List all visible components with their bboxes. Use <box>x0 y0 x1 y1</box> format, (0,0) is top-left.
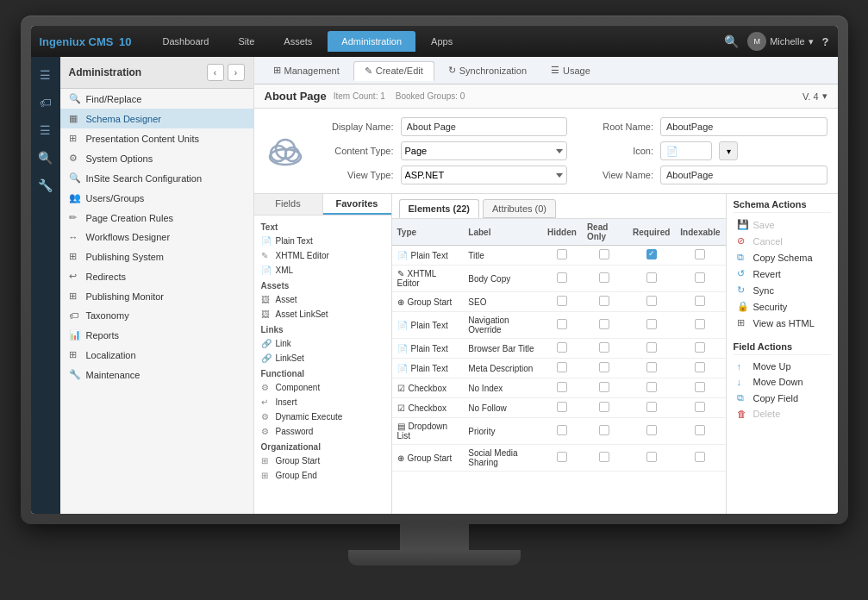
action-move-up[interactable]: ↑ Move Up <box>734 359 831 374</box>
table-row[interactable]: ▤Dropdown List Priority <box>392 418 726 445</box>
action-copy-field[interactable]: ⧉ Copy Field <box>734 390 831 406</box>
fields-section-functional: Functional <box>254 366 391 380</box>
action-view-html[interactable]: ⊞ View as HTML <box>734 315 831 331</box>
elements-tabs: Elements (22) Attributes (0) <box>392 194 726 219</box>
action-revert[interactable]: ↺ Revert <box>734 266 831 282</box>
fields-item-group-end[interactable]: ⊞ Group End <box>254 468 391 483</box>
col-indexable: Indexable <box>675 219 725 246</box>
icon-input[interactable] <box>660 141 712 160</box>
fields-tab-favorites[interactable]: Favorites <box>323 194 391 215</box>
action-security[interactable]: 🔒 Security <box>734 298 831 315</box>
action-copy-schema[interactable]: ⧉ Copy Schema <box>734 249 831 266</box>
elements-tab-attributes[interactable]: Attributes (0) <box>483 199 556 218</box>
sidebar-item-insite-search[interactable]: 🔍 InSite Search Configuration <box>60 168 253 188</box>
action-save[interactable]: 💾 Save <box>734 216 831 233</box>
fields-tabs: Fields Favorites <box>254 194 391 216</box>
sidebar-item-maintenance[interactable]: 🔧 Maintenance <box>60 365 253 384</box>
form-row-icon: Icon: ▾ <box>584 141 827 160</box>
help-button[interactable]: ? <box>822 35 829 48</box>
action-cancel[interactable]: ⊘ Cancel <box>734 233 831 249</box>
view-name-input[interactable] <box>660 166 827 184</box>
user-menu[interactable]: M Michelle ▾ <box>747 32 813 51</box>
usage-icon: ☰ <box>551 65 559 76</box>
action-move-down[interactable]: ↓ Move Down <box>734 374 831 390</box>
icon-label: Icon: <box>584 146 653 156</box>
sidebar-item-reports[interactable]: 📊 Reports <box>60 325 253 345</box>
display-name-input[interactable] <box>401 117 568 136</box>
sidebar-nav-arrows: ‹ › <box>207 64 245 81</box>
nav-tab-site[interactable]: Site <box>224 31 268 52</box>
icon-bar-list[interactable]: ☰ <box>34 119 57 141</box>
table-row[interactable]: ☑Checkbox No Index <box>392 378 726 398</box>
sidebar-item-system-options[interactable]: ⚙ System Options <box>60 148 253 168</box>
sidebar-item-taxonomy[interactable]: 🏷 Taxonomy <box>60 306 253 325</box>
fields-item-xml[interactable]: 📄 XML <box>254 263 391 278</box>
sidebar-item-schema-designer[interactable]: ▦ Schema Designer <box>60 109 253 128</box>
sidebar-item-localization[interactable]: ⊞ Localization <box>60 345 253 365</box>
col-type: Type <box>392 219 464 246</box>
table-row[interactable]: 📄Plain Text Browser Bar Title <box>392 339 726 359</box>
icon-picker-button[interactable]: ▾ <box>719 141 738 160</box>
user-dropdown-icon: ▾ <box>809 36 814 47</box>
table-row[interactable]: ⊕Group Start Social Media Sharing <box>392 445 726 472</box>
fields-item-dynamic-execute[interactable]: ⚙ Dynamic Execute <box>254 409 391 424</box>
fields-item-plain-text[interactable]: 📄 Plain Text <box>254 234 391 248</box>
icon-bar-search[interactable]: 🔍 <box>34 147 57 169</box>
fields-section-assets: Assets <box>254 278 391 292</box>
nav-tab-apps[interactable]: Apps <box>417 31 466 52</box>
table-row[interactable]: ⊕Group Start SEO <box>392 292 726 312</box>
sidebar-item-publishing-monitor[interactable]: ⊞ Publishing Monitor <box>60 286 253 306</box>
sidebar-item-workflows[interactable]: ↔ Workflows Designer <box>60 228 253 247</box>
content-type-select[interactable]: Page <box>401 141 568 160</box>
nav-tab-dashboard[interactable]: Dashboard <box>149 31 223 52</box>
subnav-tab-synchronization[interactable]: ↻ Synchronization <box>438 61 537 79</box>
table-row[interactable]: ☑Checkbox No Follow <box>392 398 726 418</box>
fields-item-asset-linkset[interactable]: 🖼 Asset LinkSet <box>254 307 391 322</box>
sidebar-item-page-creation-rules[interactable]: ✏ Page Creation Rules <box>60 208 253 228</box>
subnav-create-edit-label: Create/Edit <box>376 66 423 76</box>
sidebar-item-label: Workflows Designer <box>86 232 171 242</box>
table-row[interactable]: 📄Plain Text Navigation Override <box>392 312 726 339</box>
version-badge[interactable]: V. 4 ▾ <box>802 91 827 102</box>
fields-item-xhtml-editor[interactable]: ✎ XHTML Editor <box>254 248 391 263</box>
sidebar-item-publishing-system[interactable]: ⊞ Publishing System <box>60 247 253 266</box>
sidebar-item-find-replace[interactable]: 🔍 Find/Replace <box>60 89 253 109</box>
fields-item-insert[interactable]: ↵ Insert <box>254 395 391 409</box>
root-name-input[interactable] <box>660 117 827 136</box>
icon-bar-menu[interactable]: ☰ <box>34 64 57 86</box>
sidebar-item-presentation-units[interactable]: ⊞ Presentation Content Units <box>60 128 253 148</box>
subnav-tab-management[interactable]: ⊞ Management <box>263 61 350 79</box>
fields-item-link[interactable]: 🔗 Link <box>254 336 391 351</box>
view-type-select[interactable]: ASP.NET <box>401 166 568 184</box>
fields-item-component[interactable]: ⚙ Component <box>254 380 391 395</box>
table-row[interactable]: 📄Plain Text Meta Description <box>392 359 726 378</box>
fields-item-asset[interactable]: 🖼 Asset <box>254 292 391 307</box>
fields-tab-fields[interactable]: Fields <box>254 194 323 215</box>
sidebar-back-button[interactable]: ‹ <box>207 64 224 81</box>
password-icon: ⚙ <box>261 427 272 436</box>
subnav-tab-create-edit[interactable]: ✎ Create/Edit <box>353 61 434 81</box>
nav-tab-administration[interactable]: Administration <box>328 31 415 52</box>
fields-item-group-start[interactable]: ⊞ Group Start <box>254 453 391 468</box>
fields-section-organizational: Organizational <box>254 439 391 453</box>
sidebar-item-users-groups[interactable]: 👥 Users/Groups <box>60 188 253 208</box>
fields-item-password[interactable]: ⚙ Password <box>254 424 391 439</box>
find-replace-icon: 🔍 <box>69 93 81 104</box>
subnav-tab-usage[interactable]: ☰ Usage <box>540 61 601 79</box>
copy-field-icon: ⧉ <box>737 392 749 403</box>
search-icon[interactable]: 🔍 <box>724 34 739 48</box>
icon-bar-wrench[interactable]: 🔧 <box>34 174 57 197</box>
action-delete[interactable]: 🗑 Delete <box>734 406 831 422</box>
sidebar-item-label: Find/Replace <box>86 94 142 104</box>
table-row[interactable]: 📄Plain Text Title <box>392 246 726 266</box>
sidebar-item-redirects[interactable]: ↩ Redirects <box>60 266 253 286</box>
dynamic-execute-icon: ⚙ <box>261 412 272 422</box>
schema-designer-icon: ▦ <box>69 113 81 124</box>
action-sync[interactable]: ↻ Sync <box>734 282 831 298</box>
table-row[interactable]: ✎XHTML Editor Body Copy <box>392 266 726 292</box>
nav-tab-assets[interactable]: Assets <box>270 31 326 52</box>
icon-bar-tag[interactable]: 🏷 <box>34 91 57 114</box>
elements-tab-elements[interactable]: Elements (22) <box>399 199 480 218</box>
sidebar-forward-button[interactable]: › <box>228 64 245 81</box>
fields-item-linkset[interactable]: 🔗 LinkSet <box>254 351 391 366</box>
